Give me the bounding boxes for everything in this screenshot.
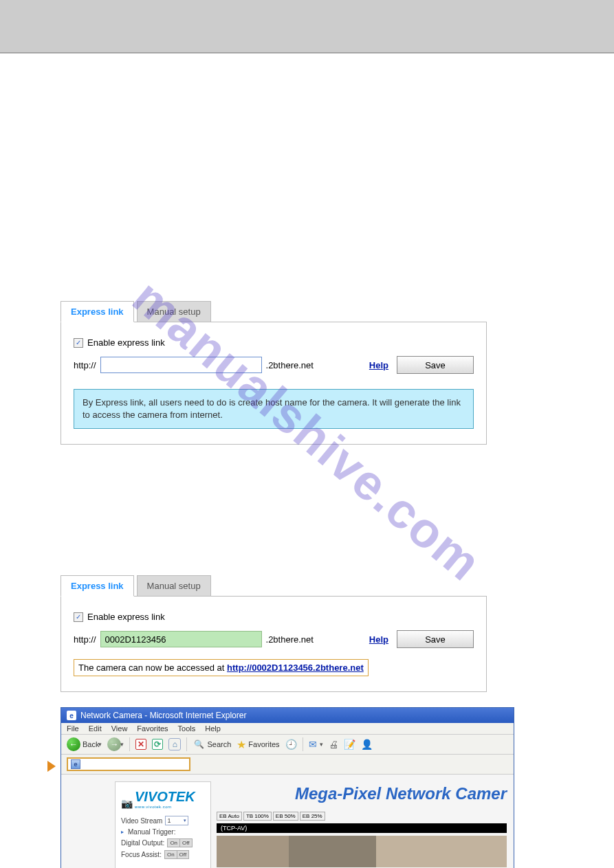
- view-modes: EB Auto TB 100% EB 50% EB 25%: [217, 812, 507, 821]
- chevron-right-icon: ▸: [121, 829, 124, 835]
- refresh-icon[interactable]: ⟳: [152, 739, 163, 750]
- star-icon: ★: [237, 738, 246, 751]
- enable-express-link-checkbox[interactable]: ✓: [74, 338, 83, 348]
- manual-trigger-row: ▸ Manual Trigger:: [121, 828, 205, 836]
- logo: 📷 VIVOTEK www.vivotek.com: [121, 789, 205, 809]
- enable-express-link-checkbox[interactable]: ✓: [74, 612, 83, 622]
- tab-manual-setup[interactable]: Manual setup: [137, 575, 211, 596]
- window-title: Network Camera - Microsoft Internet Expl…: [80, 711, 246, 720]
- express-link-panel-2: Express link Manual setup ✓ Enable expre…: [61, 575, 487, 692]
- logo-text: VIVOTEK: [135, 789, 195, 805]
- menu-favorites[interactable]: Favorites: [137, 724, 168, 733]
- home-icon[interactable]: ⌂: [168, 738, 181, 750]
- manual-trigger-label: Manual Trigger:: [128, 828, 175, 836]
- video-stream-select[interactable]: 1▾: [165, 816, 188, 825]
- search-label: Search: [207, 740, 231, 748]
- hostname-row: http:// .2bthere.net Help Save: [74, 356, 474, 374]
- tabs-row: Express link Manual setup: [61, 575, 487, 596]
- enable-express-link-label: Enable express link: [87, 337, 165, 348]
- toolbar-separator: [129, 737, 130, 751]
- digital-output-label: Digital Output:: [121, 839, 164, 847]
- messenger-icon[interactable]: 👤: [361, 739, 373, 750]
- mode-button[interactable]: EB Auto: [217, 812, 242, 821]
- status-highlight: The camera can now be accessed at http:/…: [74, 659, 369, 676]
- status-line: The camera can now be accessed at http:/…: [74, 656, 474, 676]
- tab-express-link[interactable]: Express link: [61, 575, 134, 597]
- mail-icon[interactable]: ✉: [309, 739, 317, 750]
- hostname-input[interactable]: [100, 357, 262, 373]
- tab-manual-setup[interactable]: Manual setup: [137, 301, 211, 322]
- hostname-input[interactable]: [100, 631, 262, 647]
- edit-icon[interactable]: 📝: [344, 739, 355, 750]
- side-control-panel: 📷 VIVOTEK www.vivotek.com Video Stream 1…: [115, 781, 211, 868]
- back-button[interactable]: ← Back ▾: [67, 737, 102, 751]
- content-area: 📷 VIVOTEK www.vivotek.com Video Stream 1…: [61, 775, 514, 868]
- save-button[interactable]: Save: [397, 630, 474, 648]
- protocol-label: http://: [74, 360, 96, 370]
- save-button[interactable]: Save: [397, 356, 474, 374]
- forward-button[interactable]: → ▾: [107, 737, 124, 751]
- toolbar: ← Back ▾ → ▾ ✕ ⟳ ⌂ 🔍 Search ★ Favorites …: [61, 735, 514, 755]
- digital-output-toggle[interactable]: OnOff: [167, 838, 192, 847]
- back-label: Back: [83, 740, 99, 748]
- help-link[interactable]: Help: [369, 634, 388, 645]
- ie-icon: e: [67, 711, 76, 720]
- help-link[interactable]: Help: [369, 360, 388, 370]
- menu-edit[interactable]: Edit: [89, 724, 102, 733]
- video-frame: [217, 836, 507, 867]
- menu-file[interactable]: File: [67, 724, 79, 733]
- menu-tools[interactable]: Tools: [178, 724, 196, 733]
- focus-assist-row: Focus Assist: OnOff: [121, 850, 205, 859]
- search-button[interactable]: 🔍 Search: [193, 738, 231, 750]
- tab-body: ✓ Enable express link http:// .2bthere.n…: [61, 596, 487, 692]
- search-icon: 🔍: [193, 738, 205, 750]
- video-stream-row: Video Stream 1▾: [121, 816, 205, 825]
- address-bar-row: e: [61, 755, 514, 775]
- express-link-panel-1: Express link Manual setup ✓ Enable expre…: [61, 301, 487, 445]
- protocol-label: http://: [74, 634, 96, 645]
- focus-assist-label: Focus Assist:: [121, 851, 162, 858]
- enable-express-link-label: Enable express link: [87, 612, 165, 622]
- mode-button[interactable]: TB 100%: [243, 812, 272, 821]
- chevron-down-icon: ▾: [320, 741, 323, 748]
- domain-suffix-label: .2bthere.net: [266, 360, 314, 370]
- tabs-row: Express link Manual setup: [61, 301, 487, 322]
- tab-express-link[interactable]: Express link: [61, 301, 134, 322]
- focus-assist-toggle[interactable]: OnOff: [164, 850, 189, 859]
- back-icon: ←: [67, 737, 80, 751]
- video-info-bar: (TCP-AV): [217, 823, 507, 833]
- digital-output-row: Digital Output: OnOff: [121, 838, 205, 847]
- menubar: File Edit View Favorites Tools Help: [61, 723, 514, 735]
- stop-icon[interactable]: ✕: [135, 739, 146, 750]
- tab-body: ✓ Enable express link http:// .2bthere.n…: [61, 322, 487, 445]
- hostname-row: http:// .2bthere.net Help Save: [74, 630, 474, 648]
- menu-view[interactable]: View: [111, 724, 128, 733]
- chevron-down-icon: ▾: [98, 741, 102, 748]
- history-icon[interactable]: 🕘: [285, 739, 297, 750]
- favorites-label: Favorites: [248, 740, 279, 748]
- toolbar-separator: [303, 737, 303, 751]
- browser-titlebar: e Network Camera - Microsoft Internet Ex…: [61, 708, 514, 723]
- status-text: The camera can now be accessed at: [78, 663, 227, 673]
- video-stream-label: Video Stream: [121, 817, 162, 825]
- menu-help[interactable]: Help: [205, 724, 221, 733]
- mode-button[interactable]: EB 50%: [273, 812, 298, 821]
- domain-suffix-label: .2bthere.net: [266, 634, 314, 645]
- forward-icon: →: [107, 737, 121, 751]
- page-heading: Mega-Pixel Network Camer: [217, 781, 507, 809]
- enable-row: ✓ Enable express link: [74, 337, 474, 348]
- chevron-down-icon: ▾: [120, 741, 124, 748]
- page-icon: e: [71, 759, 80, 769]
- main-view-panel: Mega-Pixel Network Camer EB Auto TB 100%…: [217, 781, 507, 867]
- browser-window: e Network Camera - Microsoft Internet Ex…: [61, 707, 514, 868]
- mode-button[interactable]: EB 25%: [300, 812, 325, 821]
- logo-subtext: www.vivotek.com: [135, 805, 195, 809]
- header-bar: [0, 0, 614, 53]
- access-url-link[interactable]: http://0002D1123456.2bthere.net: [227, 663, 364, 673]
- info-box: By Express link, all users need to do is…: [74, 389, 474, 429]
- favorites-button[interactable]: ★ Favorites: [237, 738, 279, 751]
- enable-row: ✓ Enable express link: [74, 612, 474, 622]
- print-icon[interactable]: 🖨: [329, 739, 338, 750]
- toolbar-separator: [186, 737, 187, 751]
- address-input[interactable]: e: [67, 757, 190, 771]
